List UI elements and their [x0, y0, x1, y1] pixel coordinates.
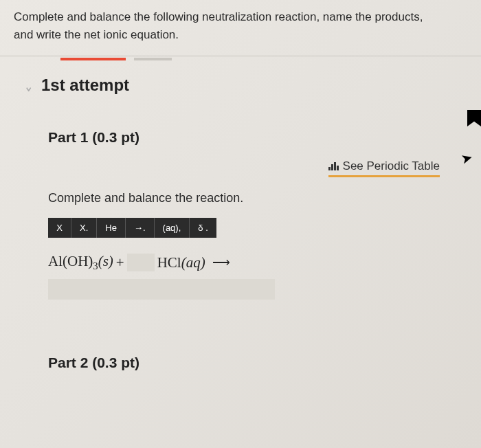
toolbar-arrow-button[interactable]: →. [126, 218, 155, 238]
equation-line-2 [48, 279, 450, 300]
reaction-arrow-icon: ⟶ [212, 255, 230, 270]
part-2-label: Part 2 (0.3 pt) [48, 355, 450, 371]
periodic-table-text: See Periodic Table [343, 159, 440, 173]
bar-chart-icon [328, 162, 339, 170]
equation-toolbar: X X. He →. (aq), δ . [48, 218, 216, 238]
chevron-down-icon: ⌄ [24, 76, 33, 96]
part-1-label: Part 1 (0.3 pt) [48, 129, 450, 146]
part-2-block: Part 2 (0.3 pt) [0, 313, 481, 399]
progress-active [60, 58, 126, 60]
progress-bar [0, 58, 481, 60]
toolbar-element-button[interactable]: He [97, 218, 126, 238]
part-1-block: Part 1 (0.3 pt) See Periodic Table Compl… [0, 102, 481, 313]
products-input[interactable] [48, 279, 275, 300]
attempt-header[interactable]: ⌄ 1st attempt [0, 60, 481, 102]
periodic-table-link[interactable]: See Periodic Table [328, 159, 440, 177]
attempt-title: 1st attempt [41, 76, 129, 95]
coefficient-input-1[interactable] [127, 254, 155, 271]
reactant-2: HCl(aq) [157, 254, 205, 271]
progress-inactive [134, 58, 172, 60]
question-prompt: Complete and balance the following neutr… [0, 0, 481, 56]
reactant-1: Al(OH)3(s) [48, 253, 113, 272]
question-line1: Complete and balance the following neutr… [14, 10, 423, 23]
toolbar-xsub-button[interactable]: X. [71, 218, 97, 238]
toolbar-delta-button[interactable]: δ . [190, 218, 216, 238]
plus-sign: + [116, 254, 124, 271]
question-line2: and write the net ionic equation. [14, 28, 179, 41]
equation-line-1: Al(OH)3(s) + HCl(aq) ⟶ [48, 253, 450, 272]
toolbar-state-button[interactable]: (aq), [155, 218, 190, 238]
part-1-instruction: Complete and balance the reaction. [48, 191, 450, 205]
toolbar-x-button[interactable]: X [48, 218, 71, 238]
